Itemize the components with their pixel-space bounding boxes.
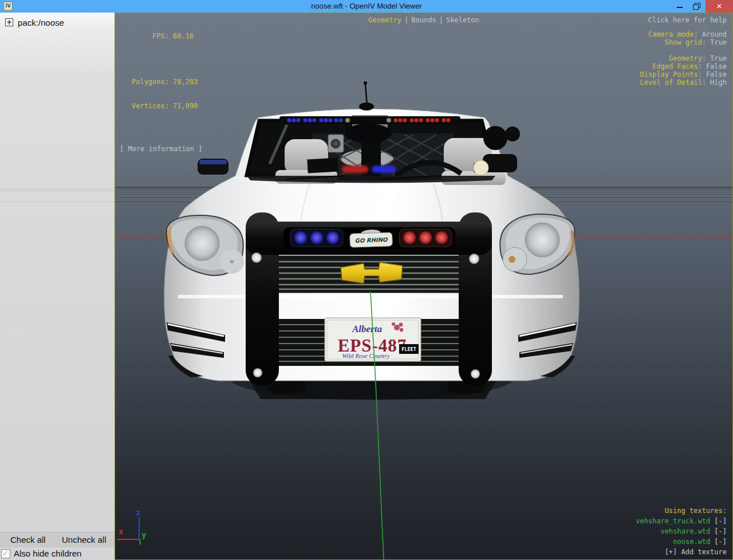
minimize-icon xyxy=(677,7,683,8)
go-rhino-badge-text: GO RHINO xyxy=(354,236,388,244)
model-viewport[interactable]: Alberta EPS-487 Wild Rose Country FLEET xyxy=(115,13,733,560)
tree-root-label[interactable]: pack:/noose xyxy=(18,17,64,28)
restore-button[interactable] xyxy=(688,0,704,13)
textures-overlay: Using textures: vehshare_truck.wtd[-] ve… xyxy=(636,506,727,557)
help-link[interactable]: Click here for help xyxy=(648,16,727,24)
texture-row: noose.wtd[-] xyxy=(636,537,727,547)
texture-name: vehshare_truck.wtd xyxy=(636,517,710,525)
left-mirror-glint xyxy=(199,160,227,164)
level-of-detail-value: High xyxy=(710,78,727,86)
amber-bulb xyxy=(509,256,515,263)
pushbar-bolt xyxy=(469,254,479,264)
pushbar-bolt xyxy=(253,368,262,377)
level-of-detail-label: Level of Detail: xyxy=(640,78,707,86)
also-hide-children-label: Also hide children xyxy=(14,547,81,559)
pushbar-bolt xyxy=(471,369,480,378)
plate-slogan: Wild Rose Country xyxy=(342,352,389,359)
visor-sensor-dot xyxy=(345,118,350,123)
antenna-base xyxy=(359,102,374,111)
texture-name: vehshare.wtd xyxy=(661,527,711,535)
check-all-button[interactable]: Check all xyxy=(10,533,46,547)
remove-texture-button[interactable]: [-] xyxy=(714,527,727,535)
panel-divider xyxy=(0,188,115,192)
show-grid-label: Show grid: xyxy=(665,38,706,46)
tab-bounds[interactable]: Bounds xyxy=(411,16,436,24)
close-button[interactable]: ✕ xyxy=(706,0,733,13)
openiv-window: IV noose.wft - OpenIV Model Viewer ✕ + p… xyxy=(0,0,733,560)
dash-light-red xyxy=(342,165,368,173)
fleet-sticker-text: FLEET xyxy=(401,346,416,352)
edged-faces-label: Edged Faces: xyxy=(652,62,702,70)
geometry-label: Geometry: xyxy=(669,54,706,62)
vertices-label: Vertices: xyxy=(120,102,169,110)
show-grid-value: True xyxy=(710,38,727,46)
display-points-label: Display Points: xyxy=(640,70,702,78)
visor-sensor-dot xyxy=(387,118,391,123)
tab-separator: | xyxy=(436,16,446,24)
camera-mode-value: Around xyxy=(702,30,727,38)
also-hide-children-checkbox[interactable]: ✓ xyxy=(1,549,10,558)
spotlight-handle-ball xyxy=(474,160,488,175)
also-hide-children-row: ✓ Also hide children xyxy=(0,547,115,560)
police-car-model: Alberta EPS-487 Wild Rose Country FLEET xyxy=(115,13,732,559)
rearview-mirror xyxy=(345,124,392,143)
expand-icon[interactable]: + xyxy=(5,18,13,26)
fps-label: FPS: xyxy=(120,32,169,40)
axis-x-label: x xyxy=(119,527,124,536)
plate-region: Alberta xyxy=(352,324,382,334)
texture-row: vehshare_truck.wtd[-] xyxy=(636,516,727,526)
add-texture-button[interactable]: [+] Add texture xyxy=(636,547,727,557)
close-icon: ✕ xyxy=(716,0,722,13)
tab-geometry[interactable]: Geometry xyxy=(368,16,401,24)
panel-divider xyxy=(0,202,115,202)
texture-row: vehshare.wtd[-] xyxy=(636,526,727,537)
window-title: noose.wft - OpenIV Model Viewer xyxy=(0,0,733,13)
remove-texture-button[interactable]: [-] xyxy=(714,517,727,525)
polygons-value: 78,283 xyxy=(173,78,198,86)
restore-icon xyxy=(693,3,700,10)
antenna-tip xyxy=(364,81,367,85)
edged-faces-row[interactable]: Edged Faces:False xyxy=(640,62,727,70)
tab-skeleton[interactable]: Skeleton xyxy=(446,16,479,24)
more-information-link[interactable]: [ More information ] xyxy=(120,145,203,153)
tab-separator: | xyxy=(401,16,411,24)
mdt-laptop xyxy=(307,158,338,173)
polygons-label: Polygons: xyxy=(120,78,169,86)
camera-mode-label: Camera mode: xyxy=(648,30,698,38)
checkmark-icon: ✓ xyxy=(2,549,9,558)
using-textures-header: Using textures: xyxy=(636,506,727,516)
pushbar-bolt xyxy=(251,253,262,263)
minimize-button[interactable] xyxy=(671,0,688,13)
performance-overlay: FPS:60.16 Polygons:78,283 Vertices:71,09… xyxy=(120,16,203,169)
camera-settings-overlay: Camera mode:Around Show grid:True Geomet… xyxy=(640,30,727,86)
level-of-detail-row[interactable]: Level of Detail:High xyxy=(640,78,727,86)
geometry-value: True xyxy=(710,54,727,62)
texture-name: noose.wtd xyxy=(673,538,710,546)
camera-lens-glint xyxy=(334,142,337,145)
uncheck-all-button[interactable]: Uncheck all xyxy=(62,533,107,547)
tree-button-bar: Check all Uncheck all xyxy=(0,532,115,547)
axis-z-label: z xyxy=(136,508,140,517)
edged-faces-value: False xyxy=(706,62,727,70)
remove-texture-button[interactable]: [-] xyxy=(714,538,727,546)
tree-root-row[interactable]: + pack:/noose xyxy=(0,17,115,30)
axis-y-label: y xyxy=(141,530,147,539)
spotlight-head xyxy=(483,126,507,150)
display-points-value: False xyxy=(706,70,727,78)
display-points-row[interactable]: Display Points:False xyxy=(640,70,727,78)
dash-light-blue xyxy=(372,165,396,173)
camera-mode-row[interactable]: Camera mode:Around xyxy=(640,30,727,38)
view-mode-tabs: Geometry|Bounds|Skeleton xyxy=(115,16,732,24)
spotlight-knob xyxy=(505,127,520,141)
title-bar[interactable]: IV noose.wft - OpenIV Model Viewer ✕ xyxy=(0,0,733,13)
fps-value: 60.16 xyxy=(173,32,194,40)
axis-gizmo: x z y xyxy=(117,508,147,545)
geometry-row[interactable]: Geometry:True xyxy=(640,54,727,62)
vertices-value: 71,090 xyxy=(173,102,198,110)
show-grid-row[interactable]: Show grid:True xyxy=(640,38,727,46)
model-tree-panel: + pack:/noose Check all Uncheck all ✓ Al… xyxy=(0,13,115,560)
